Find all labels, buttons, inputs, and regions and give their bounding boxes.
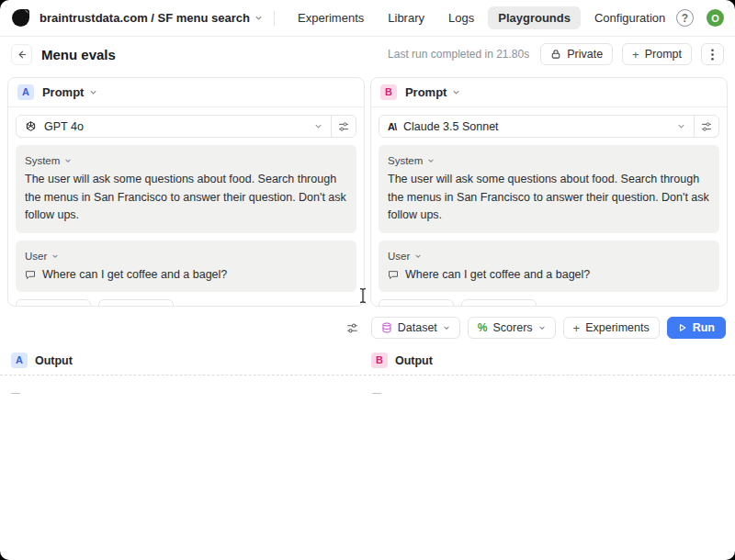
chevron-down-icon (443, 324, 450, 331)
avatar[interactable]: O (707, 9, 724, 27)
panel-a-prompt-label: Prompt (42, 85, 85, 99)
last-run-status: Last run completed in 21.80s (388, 48, 529, 61)
panel-a-badge: A (17, 84, 34, 100)
plus-icon: + (573, 322, 581, 334)
user-role-label: User (25, 251, 47, 262)
sliders-icon (338, 121, 349, 132)
output-a-placeholder: — (11, 387, 21, 398)
system-role-label: System (25, 155, 60, 166)
model-name: GPT 4o (44, 120, 307, 133)
tab-logs[interactable]: Logs (438, 6, 484, 29)
breadcrumb[interactable]: braintrustdata.com / SF menu search (40, 11, 263, 25)
page-header: Menu evals Last run completed in 21.80s … (0, 37, 735, 72)
layout-settings-button[interactable] (342, 317, 364, 339)
chevron-down-icon (677, 122, 685, 130)
tab-experiments[interactable]: Experiments (288, 6, 374, 29)
page-title: Menu evals (41, 47, 116, 62)
user-message-block-a[interactable]: User Where can I get coffee and a bagel? (16, 241, 356, 292)
help-icon[interactable]: ? (676, 9, 694, 27)
database-icon (381, 322, 392, 333)
percent-icon: % (478, 321, 488, 334)
run-button[interactable]: Run (667, 317, 726, 339)
add-message-label: Message (38, 304, 83, 307)
tools-label: 1 tool (124, 304, 151, 307)
tab-library[interactable]: Library (378, 6, 435, 29)
prompt-card-b-header: B Prompt (371, 78, 727, 107)
system-message-text[interactable]: The user will ask some questions about f… (388, 171, 710, 224)
model-select-a[interactable]: GPT 4o (16, 115, 356, 138)
prompt-card-b: B Prompt A\ Claude 3.5 Sonnet (370, 77, 728, 307)
panel-a-actions: + Message 1 tool (16, 299, 356, 307)
play-icon (678, 323, 687, 332)
model-params-button[interactable] (331, 116, 356, 137)
arrow-left-icon (17, 50, 27, 60)
sliders-icon (701, 121, 712, 132)
tools-button[interactable]: 1 tool (461, 299, 536, 307)
system-message-block-b[interactable]: System The user will ask some questions … (379, 145, 719, 232)
user-role-selector[interactable]: User (25, 251, 59, 262)
system-message-text[interactable]: The user will ask some questions about f… (25, 171, 347, 224)
private-button[interactable]: Private (540, 43, 613, 65)
user-message-text[interactable]: Where can I get coffee and a bagel? (42, 266, 227, 284)
lock-icon (550, 49, 561, 60)
sliders-icon (346, 322, 358, 334)
tools-label: 1 tool (487, 304, 514, 307)
chevron-down-icon (51, 252, 59, 260)
add-message-button[interactable]: + Message (379, 299, 454, 307)
chevron-down-icon (314, 122, 322, 130)
output-b-placeholder: — (372, 387, 382, 398)
nav-divider (274, 11, 275, 26)
more-options-button[interactable] (701, 43, 724, 65)
output-a-label: Output (35, 354, 73, 367)
run-toolbar: Dataset % Scorers + Experiments Run (0, 312, 735, 345)
openai-icon (25, 120, 37, 132)
panel-b-prompt-label: Prompt (405, 85, 447, 99)
system-role-selector[interactable]: System (388, 155, 435, 166)
kebab-icon (711, 49, 714, 61)
user-message-text[interactable]: Where can I get coffee and a bagel? (405, 266, 590, 284)
prompt-card-a: A Prompt GPT 4o (7, 77, 365, 307)
private-label: Private (567, 48, 603, 61)
chevron-down-icon (452, 88, 460, 96)
message-bubble-icon (25, 269, 36, 280)
dataset-button[interactable]: Dataset (371, 317, 460, 339)
model-select-b[interactable]: A\ Claude 3.5 Sonnet (379, 115, 719, 138)
tools-button[interactable]: 1 tool (98, 299, 173, 307)
chevron-down-icon (89, 88, 97, 96)
add-prompt-button[interactable]: + Prompt (622, 43, 692, 65)
tab-configuration[interactable]: Configuration (584, 6, 675, 29)
chevron-down-icon (414, 252, 422, 260)
panel-a-prompt-selector[interactable]: Prompt (42, 85, 98, 99)
scorers-button[interactable]: % Scorers (468, 317, 556, 339)
user-role-selector[interactable]: User (388, 251, 422, 262)
add-experiments-button[interactable]: + Experiments (563, 317, 660, 339)
system-role-label: System (388, 155, 423, 166)
panel-b-prompt-selector[interactable]: Prompt (405, 85, 461, 99)
chevron-down-icon (538, 324, 546, 331)
prompt-card-a-body: GPT 4o System The user will ask some que… (8, 107, 364, 307)
system-message-block-a[interactable]: System The user will ask some questions … (16, 145, 356, 232)
output-headers: A Output B Output (0, 345, 735, 375)
back-button[interactable] (11, 44, 32, 65)
output-content-a: — (0, 375, 368, 407)
output-header-a: A Output (0, 345, 368, 375)
add-prompt-label: Prompt (645, 48, 682, 61)
user-message-block-b[interactable]: User Where can I get coffee and a bagel? (379, 241, 719, 292)
prompt-panels: A Prompt GPT 4o (0, 72, 735, 312)
tab-playgrounds[interactable]: Playgrounds (488, 6, 581, 29)
add-message-button[interactable]: + Message (16, 299, 91, 307)
add-message-label: Message (401, 304, 446, 307)
anthropic-icon: A\ (388, 121, 396, 132)
tool-gear-icon (107, 305, 119, 307)
chevron-down-icon (254, 14, 263, 22)
user-role-label: User (388, 251, 410, 262)
output-a-badge: A (11, 353, 28, 368)
plus-icon: + (632, 49, 639, 61)
nav-tabs: Experiments Library Logs Playgrounds Con… (288, 6, 675, 29)
model-params-button[interactable] (694, 116, 718, 137)
prompt-card-a-header: A Prompt (8, 78, 364, 107)
system-role-selector[interactable]: System (25, 155, 72, 166)
experiments-label: Experiments (585, 321, 649, 334)
prompt-card-b-body: A\ Claude 3.5 Sonnet System The user wil… (371, 107, 727, 307)
braintrust-logo-icon[interactable] (11, 8, 30, 28)
